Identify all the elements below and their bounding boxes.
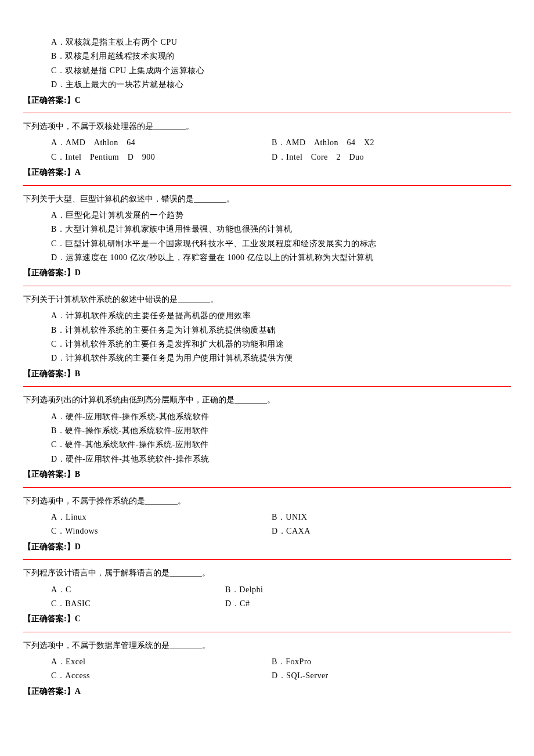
divider [23, 559, 511, 560]
option-a: A．双核就是指主板上有两个 CPU [51, 36, 511, 49]
question-stem: 下列关于大型、巨型计算机的叙述中，错误的是________。 [23, 193, 511, 206]
options-grid: A．Excel B．FoxPro C．Access D．SQL-Server [23, 656, 511, 683]
question-6: 下列选项中，不属于操作系统的是________。 A．Linux B．UNIX … [23, 495, 511, 554]
option-d: D．C# [225, 597, 511, 610]
option-b: B．UNIX [272, 511, 511, 524]
option-c: C．Windows [51, 525, 272, 538]
option-a: A．Excel [51, 656, 272, 668]
option-c: C．巨型计算机研制水平是一个国家现代科技水平、工业发展程度和经济发展实力的标志 [51, 237, 511, 250]
option-a: A．硬件-应用软件-操作系统-其他系统软件 [51, 411, 511, 423]
question-8: 下列选项中，不属于数据库管理系统的是________。 A．Excel B．Fo… [23, 639, 511, 699]
option-a: A．AMD Athlon 64 [51, 136, 272, 149]
option-c: C．双核就是指 CPU 上集成两个运算核心 [51, 64, 511, 77]
answer-label: 【正确答案:】B [23, 468, 511, 481]
option-d: D．SQL-Server [272, 669, 511, 682]
options-list: A．双核就是指主板上有两个 CPU B．双核是利用超线程技术实现的 C．双核就是… [23, 36, 511, 92]
option-a: A．巨型化是计算机发展的一个趋势 [51, 209, 511, 222]
answer-label: 【正确答案:】B [23, 368, 511, 380]
option-d: D．Intel Core 2 Duo [272, 151, 511, 164]
question-stem: 下列选项中，不属于双核处理器的是________。 [23, 120, 511, 133]
answer-label: 【正确答案:】A [23, 685, 511, 698]
option-b: B．硬件-操作系统-其他系统软件-应用软件 [51, 424, 511, 437]
answer-label: 【正确答案:】D [23, 267, 511, 279]
question-1: A．双核就是指主板上有两个 CPU B．双核是利用超线程技术实现的 C．双核就是… [23, 36, 511, 107]
option-a: A．计算机软件系统的主要任务是提高机器的使用效率 [51, 309, 511, 322]
options-grid: A．Linux B．UNIX C．Windows D．CAXA [23, 511, 511, 538]
divider [23, 632, 511, 632]
option-c: C．BASIC [51, 597, 225, 610]
option-d: D．主板上最大的一块芯片就是核心 [51, 78, 511, 91]
option-b: B．AMD Athlon 64 X2 [272, 136, 511, 149]
question-7: 下列程序设计语言中，属于解释语言的是________。 A．C B．Delphi… [23, 567, 511, 626]
question-stem: 下列程序设计语言中，属于解释语言的是________。 [23, 567, 511, 579]
option-d: D．硬件-应用软件-其他系统软件-操作系统 [51, 453, 511, 466]
option-c: C．硬件-其他系统软件-操作系统-应用软件 [51, 438, 511, 451]
question-4: 下列关于计算机软件系统的叙述中错误的是________。 A．计算机软件系统的主… [23, 293, 511, 380]
divider [23, 487, 511, 488]
answer-label: 【正确答案:】D [23, 541, 511, 553]
option-b: B．FoxPro [272, 656, 511, 668]
question-stem: 下列选项中，不属于数据库管理系统的是________。 [23, 639, 511, 652]
answer-label: 【正确答案:】C [23, 94, 511, 107]
question-stem: 下列选项列出的计算机系统由低到高分层顺序中，正确的是________。 [23, 394, 511, 406]
divider [23, 185, 511, 186]
options-list: A．硬件-应用软件-操作系统-其他系统软件 B．硬件-操作系统-其他系统软件-应… [23, 411, 511, 466]
option-b: B．大型计算机是计算机家族中通用性最强、功能也很强的计算机 [51, 223, 511, 236]
options-list: A．计算机软件系统的主要任务是提高机器的使用效率 B．计算机软件系统的主要任务是… [23, 309, 511, 365]
option-d: D．计算机软件系统的主要任务是为用户使用计算机系统提供方便 [51, 352, 511, 365]
options-list: A．巨型化是计算机发展的一个趋势 B．大型计算机是计算机家族中通用性最强、功能也… [23, 209, 511, 265]
option-d: D．运算速度在 1000 亿次/秒以上，存贮容量在 1000 亿位以上的计算机称… [51, 251, 511, 264]
option-d: D．CAXA [272, 525, 511, 538]
question-2: 下列选项中，不属于双核处理器的是________。 A．AMD Athlon 6… [23, 120, 511, 179]
divider [23, 286, 511, 286]
option-a: A．C [51, 584, 225, 596]
answer-label: 【正确答案:】A [23, 166, 511, 179]
question-5: 下列选项列出的计算机系统由低到高分层顺序中，正确的是________。 A．硬件… [23, 394, 511, 481]
options-grid: A．C B．Delphi C．BASIC D．C# [23, 584, 511, 611]
question-stem: 下列选项中，不属于操作系统的是________。 [23, 495, 511, 507]
option-c: C．Intel Pentium D 900 [51, 151, 272, 164]
options-grid: A．AMD Athlon 64 B．AMD Athlon 64 X2 C．Int… [23, 136, 511, 164]
option-c: C．Access [51, 669, 272, 682]
divider [23, 386, 511, 387]
question-stem: 下列关于计算机软件系统的叙述中错误的是________。 [23, 293, 511, 306]
option-b: B．计算机软件系统的主要任务是为计算机系统提供物质基础 [51, 324, 511, 337]
divider [23, 113, 511, 113]
answer-label: 【正确答案:】C [23, 613, 511, 625]
option-c: C．计算机软件系统的主要任务是发挥和扩大机器的功能和用途 [51, 338, 511, 351]
option-b: B．双核是利用超线程技术实现的 [51, 50, 511, 63]
option-b: B．Delphi [225, 584, 511, 596]
question-3: 下列关于大型、巨型计算机的叙述中，错误的是________。 A．巨型化是计算机… [23, 193, 511, 280]
option-a: A．Linux [51, 511, 272, 524]
